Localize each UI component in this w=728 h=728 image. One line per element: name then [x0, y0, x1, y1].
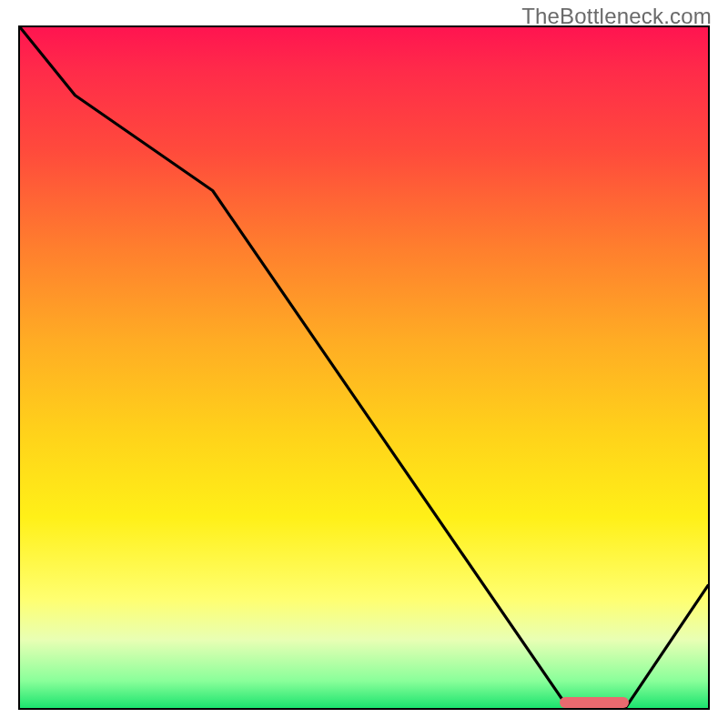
plot-area [18, 25, 710, 710]
watermark-text: TheBottleneck.com [521, 4, 712, 29]
chart-container: TheBottleneck.com [0, 0, 728, 728]
optimum-marker [560, 697, 629, 708]
bottleneck-curve [20, 27, 708, 708]
